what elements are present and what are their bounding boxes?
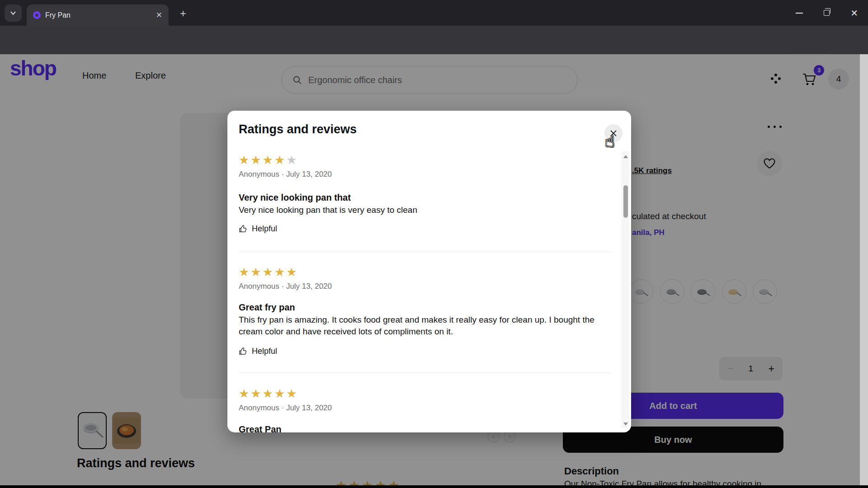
window-minimize-button[interactable]: [796, 13, 803, 14]
tab-title: Fry Pan: [45, 11, 151, 19]
review-stars: ★★★★★: [239, 388, 298, 399]
review-title: Very nice looking pan that: [239, 192, 351, 203]
chevron-down-icon: [10, 10, 16, 16]
thumbs-up-icon: [239, 347, 247, 356]
helpful-label: Helpful: [252, 347, 277, 356]
review-meta: Anonymous · July 13, 2020: [239, 170, 332, 179]
helpful-label: Helpful: [252, 224, 277, 234]
window-controls: ✕: [796, 0, 868, 26]
browser-toolbar: ← → ↻ shop.app/products/4680216674386 ☆: [0, 26, 868, 54]
modal-scrollbar-thumb[interactable]: [623, 185, 628, 218]
review-meta: Anonymous · July 13, 2020: [239, 282, 332, 291]
tab-favicon-icon: [33, 11, 41, 19]
review-title: Great Pan: [239, 424, 281, 432]
new-tab-button[interactable]: +: [180, 8, 186, 19]
browser-tab[interactable]: Fry Pan ✕: [27, 5, 169, 26]
helpful-button[interactable]: Helpful: [239, 347, 277, 356]
review-stars: ★★★★★: [239, 266, 298, 278]
scroll-up-arrow[interactable]: [623, 155, 628, 158]
browser-tab-strip: Fry Pan ✕ + ✕: [0, 0, 868, 26]
review-body: This fry pan is amazing. It cooks food g…: [239, 314, 607, 338]
tab-search-button[interactable]: [5, 5, 22, 22]
divider: [239, 252, 611, 252]
screen: Fry Pan ✕ + ✕ ← → ↻ shop.app/products/46…: [0, 0, 868, 488]
review-meta: Anonymous · July 13, 2020: [239, 404, 332, 413]
page-scrollbar[interactable]: [860, 54, 868, 485]
review-title: Great fry pan: [239, 302, 295, 313]
review-body: Very nice looking pan that is very easy …: [239, 204, 607, 216]
thumbs-up-icon: [239, 225, 247, 233]
helpful-button[interactable]: Helpful: [239, 224, 277, 234]
mouse-cursor-hand: ☝: [605, 132, 615, 150]
ratings-reviews-modal: Ratings and reviews ★★★★★ Anonymous · Ju…: [227, 111, 631, 432]
scroll-down-arrow[interactable]: [623, 422, 628, 426]
tab-close-icon[interactable]: ✕: [156, 11, 162, 19]
review-stars: ★★★★★: [239, 154, 298, 166]
divider: [239, 372, 611, 373]
screen-bottom-bar: [0, 485, 868, 488]
window-restore-button[interactable]: [824, 10, 830, 16]
modal-title: Ratings and reviews: [239, 122, 357, 136]
window-close-button[interactable]: ✕: [850, 9, 858, 18]
